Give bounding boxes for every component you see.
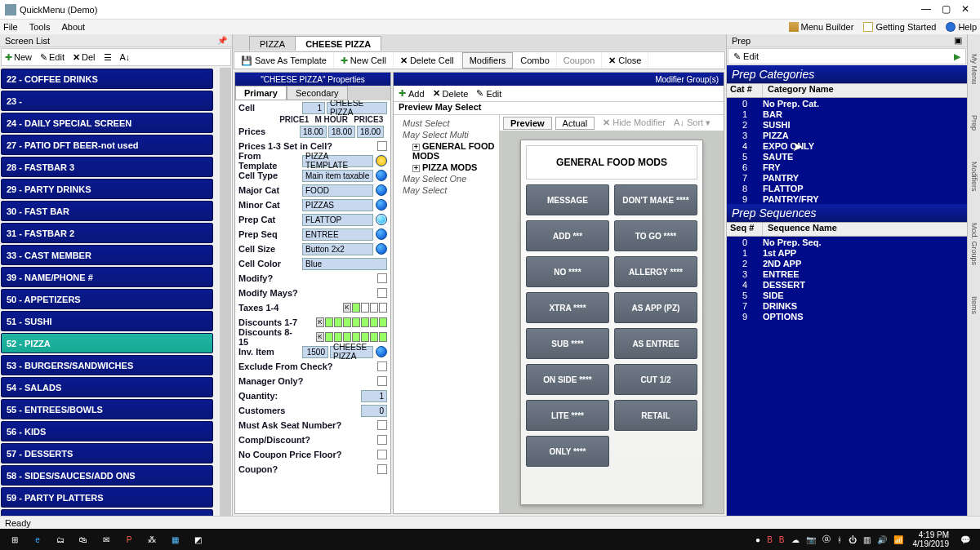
price1-input[interactable]: 18.00 (300, 126, 327, 138)
sort-icon[interactable]: A↓ (120, 52, 131, 62)
prep-edit-button[interactable]: ✎ Edit (733, 51, 759, 62)
comp-checkbox[interactable] (377, 435, 387, 445)
prep-cat-select[interactable]: FLATTOP (302, 214, 373, 226)
modifier-tree-node[interactable]: Must Select (396, 118, 497, 129)
cell-size-select[interactable]: Button 2x2 (302, 243, 373, 255)
customers-input[interactable]: 0 (361, 405, 387, 417)
start-button[interactable]: ⊞ (3, 530, 26, 548)
minor-cat-select[interactable]: PIZZAS (302, 199, 373, 211)
prices-set-checkbox[interactable] (377, 141, 387, 151)
menu-tools[interactable]: Tools (29, 22, 51, 32)
inv-name-input[interactable]: CHEESE PIZZA (330, 346, 373, 358)
minor-indicator[interactable] (376, 199, 387, 211)
list-view-icon[interactable]: ☰ (104, 52, 112, 63)
template-indicator[interactable] (376, 155, 387, 166)
pos-modifier-button[interactable]: DON'T MAKE **** (614, 184, 697, 215)
screen-list-item[interactable]: 51 - SUSHI (1, 311, 213, 331)
pos-modifier-button[interactable]: LITE **** (526, 400, 609, 431)
prep-row[interactable]: 9OPTIONS (727, 311, 967, 322)
prep-row[interactable]: 1BAR (727, 109, 967, 119)
prep-row[interactable]: 5SIDE (727, 290, 967, 300)
modifier-tree-node[interactable]: May Select (396, 184, 497, 196)
minimize-button[interactable]: — (916, 3, 936, 16)
coupon-checkbox[interactable] (377, 464, 387, 474)
screen-list-item[interactable]: 31 - FASTBAR 2 (1, 223, 213, 243)
screen-list-item[interactable]: 54 - SALADS (1, 377, 213, 397)
pos-modifier-button[interactable]: NO **** (526, 256, 609, 287)
screen-list-item[interactable]: 53 - BURGERS/SANDWICHES (1, 355, 213, 375)
actual-tab[interactable]: Actual (555, 117, 595, 130)
prepseq-indicator[interactable] (376, 228, 387, 240)
prep-seq-select[interactable]: ENTREE (302, 228, 373, 241)
prep-row[interactable]: 9PANTRY/FRY (727, 193, 967, 204)
celltype-indicator[interactable] (376, 170, 387, 181)
vtab-modifiers[interactable]: Modifiers (970, 158, 978, 195)
pos-modifier-button[interactable]: ADD *** (526, 220, 609, 251)
exclude-checkbox[interactable] (377, 361, 387, 371)
screen-list-item[interactable]: 28 - FASTBAR 3 (1, 157, 213, 177)
prep-row[interactable]: 6FRY (727, 162, 967, 172)
screen-list-item[interactable]: 27 - PATIO DFT BEER-not used (1, 135, 213, 155)
screen-list-item[interactable]: 29 - PARTY DRINKS (1, 179, 213, 199)
cell-type-select[interactable]: Main item taxable (302, 170, 373, 182)
from-template-select[interactable]: PIZZA TEMPLATE (302, 155, 373, 167)
maximize-button[interactable]: ▢ (936, 3, 956, 16)
screen-list-item[interactable]: 50 - APPETIZERS (1, 289, 213, 309)
delete-modifier-button[interactable]: ✕Delete (433, 88, 469, 99)
pos-modifier-button[interactable]: SUB **** (526, 328, 609, 359)
close-button[interactable]: ✕ (956, 3, 975, 16)
prep-row[interactable]: 11st APP (727, 247, 967, 258)
screen-list-item[interactable]: 57 - DESSERTS (1, 443, 213, 464)
screen-list-item[interactable]: 52 - PIZZA (1, 333, 213, 353)
prep-sequences-list[interactable]: 0No Prep. Seq.11st APP22ND APP3ENTREE4DE… (727, 237, 967, 516)
tab-cheese-pizza[interactable]: CHEESE PIZZA (295, 36, 381, 51)
price2-input[interactable]: 18.00 (328, 126, 355, 138)
discounts2-strip[interactable]: K (316, 332, 387, 342)
modifier-tree-node[interactable]: May Select Multi (396, 129, 497, 140)
hide-modifier-button[interactable]: ✕ Hide Modifier (603, 118, 666, 128)
prep-row[interactable]: 7PANTRY (727, 172, 967, 183)
tab-pizza[interactable]: PIZZA (249, 36, 296, 51)
notifications-icon[interactable]: 💬 (954, 530, 977, 548)
screen-list-item[interactable]: 59 - PARTY PLATTERS (1, 487, 213, 508)
delete-cell-button[interactable]: ✕Delete Cell (394, 52, 461, 69)
no-coupon-floor-checkbox[interactable] (377, 450, 387, 459)
modifiers-button[interactable]: Modifiers (462, 52, 514, 69)
price3-input[interactable]: 18.00 (357, 126, 384, 138)
inv-number-input[interactable]: 1500 (302, 346, 328, 358)
preview-tab[interactable]: Preview (503, 117, 552, 130)
discounts1-strip[interactable]: K (316, 317, 387, 327)
screen-list-item[interactable]: 55 - ENTREES/BOWLS (1, 399, 213, 419)
pos-modifier-button[interactable]: CUT 1/2 (614, 364, 697, 395)
system-tray[interactable]: ●BB☁📷ⓐᚼ⏻▥🔊📶 (751, 534, 907, 545)
menu-about[interactable]: About (61, 22, 85, 32)
taxes-strip[interactable]: K (343, 303, 387, 313)
pos-modifier-button[interactable]: AS ENTREE (614, 328, 697, 359)
cell-name-input[interactable]: CHEESE PIZZA (327, 102, 387, 114)
taskbar-clock[interactable]: 4:19 PM4/19/2019 (908, 530, 955, 548)
add-modifier-button[interactable]: ✚Add (399, 88, 425, 99)
properties-tab-primary[interactable]: Primary (235, 86, 287, 100)
screen-list-item[interactable]: 33 - CAST MEMBER (1, 245, 213, 265)
major-indicator[interactable] (376, 184, 387, 196)
prep-row[interactable]: 7DRINKS (727, 300, 967, 311)
new-screen-button[interactable]: ✚New (5, 52, 32, 63)
prep-row[interactable]: 2SUSHI (727, 119, 967, 130)
cell-color-select[interactable]: Blue (302, 258, 387, 270)
prep-row[interactable]: 4DESSERT (727, 279, 967, 290)
pos-modifier-button[interactable]: RETAIL (614, 400, 697, 431)
vtab-items[interactable]: Items (970, 293, 978, 317)
pos-modifier-button[interactable]: XTRA **** (526, 292, 609, 323)
coupon-button[interactable]: Coupon (557, 52, 603, 69)
screen-list-item[interactable]: 39 - NAME/PHONE # (1, 267, 213, 287)
modifier-tree-node[interactable]: May Select One (396, 173, 497, 184)
app3-icon[interactable]: ◩ (186, 530, 209, 548)
screen-list-item[interactable]: 56 - KIDS (1, 421, 213, 441)
prep-collapse-icon[interactable]: ▣ (954, 35, 962, 46)
vtab-prep[interactable]: Prep (970, 112, 978, 134)
vtab-my-menu[interactable]: My Menu (970, 51, 978, 87)
size-indicator[interactable] (376, 243, 387, 255)
prep-categories-list[interactable]: 0No Prep. Cat.1BAR2SUSHI3PIZZA4EXPO ONLY… (727, 98, 967, 204)
menu-file[interactable]: File (3, 22, 18, 32)
pos-modifier-button[interactable]: ALLERGY **** (614, 256, 697, 287)
